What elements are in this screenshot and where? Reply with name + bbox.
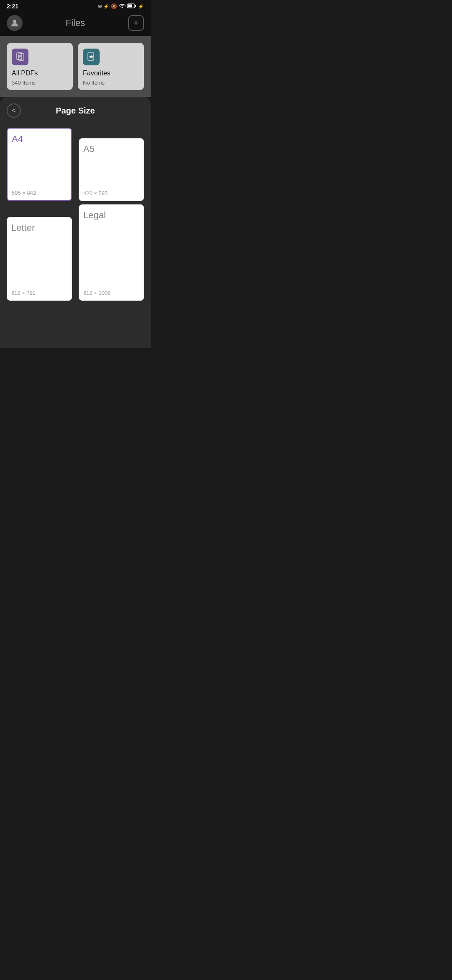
wifi-icon [119,3,126,10]
all-pdfs-label: All PDFs [12,70,68,77]
add-button[interactable]: + [128,15,144,31]
favorites-card[interactable]: Favorites No Items [78,43,144,90]
a5-body [83,155,139,188]
bell-icon: 🔕 [111,3,117,9]
svg-rect-3 [135,5,136,7]
a4-label: A4 [12,134,67,144]
page-size-a4[interactable]: A4 595 × 842 [7,128,72,201]
page-size-legal[interactable]: Legal 612 × 1008 [79,204,144,301]
plus-icon: + [134,18,139,28]
favorites-count: No Items [83,80,139,86]
legal-body [83,221,139,288]
mail-icon: ✉ [98,4,102,9]
user-avatar[interactable] [7,15,23,31]
page-title: Files [66,18,85,28]
legal-dims: 612 × 1008 [83,290,139,296]
svg-rect-2 [128,4,132,7]
letter-label: Letter [11,222,67,233]
page-size-modal: < Page Size A4 595 × 842 A5 420 × 595 Le… [0,97,151,348]
bluetooth-icon: ⚡ [103,4,109,9]
page-size-row-2: Letter 612 × 792 Legal 612 × 1008 [0,204,151,307]
a4-dims: 595 × 842 [12,190,67,196]
back-button[interactable]: < [7,103,21,118]
svg-point-0 [122,7,123,8]
back-icon: < [12,107,15,114]
status-bar: 2:21 ✉ ⚡ 🔕 ⚡ [0,0,151,12]
letter-body [11,233,67,288]
favorites-label: Favorites [83,70,139,77]
a4-body [12,144,67,188]
a5-dims: 420 × 595 [83,190,139,196]
modal-title: Page Size [56,106,95,116]
all-pdfs-card[interactable]: All PDFs 340 Items [7,43,73,90]
favorites-icon [83,49,100,65]
svg-point-4 [13,20,16,23]
svg-marker-11 [89,54,94,59]
battery-icon [127,3,136,10]
flash-icon: ⚡ [138,4,144,9]
modal-header: < Page Size [0,97,151,121]
legal-label: Legal [83,210,139,221]
letter-dims: 612 × 792 [11,290,67,296]
status-icons: ✉ ⚡ 🔕 ⚡ [98,3,144,10]
a5-label: A5 [83,144,139,155]
all-pdfs-icon [12,49,28,65]
app-header: Files + [0,12,151,36]
files-background: All PDFs 340 Items Favorites No Items [0,36,151,97]
page-size-row-1: A4 595 × 842 A5 420 × 595 [0,121,151,204]
status-time: 2:21 [7,3,18,10]
page-size-a5[interactable]: A5 420 × 595 [79,138,144,201]
page-size-letter[interactable]: Letter 612 × 792 [7,217,72,301]
all-pdfs-count: 340 Items [12,80,68,86]
